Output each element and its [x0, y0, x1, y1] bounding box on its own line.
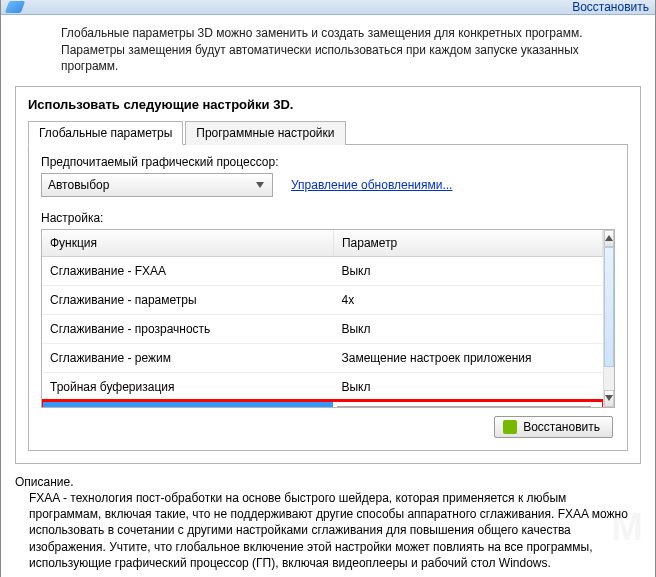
table-row[interactable]: Ускорение нескольких дисплеев/смеша...Ре…: [42, 401, 603, 406]
param-select[interactable]: Режим однодисплейной производительн: [337, 406, 590, 407]
table-row[interactable]: Сглаживание - прозрачностьВыкл: [42, 314, 603, 343]
gpu-label: Предпочитаемый графический процессор:: [41, 155, 615, 169]
table-row[interactable]: Тройная буферизацияВыкл: [42, 372, 603, 401]
restore-link-top[interactable]: Восстановить: [572, 0, 649, 14]
cell-param: Выкл: [333, 256, 602, 285]
settings-panel: Использовать следующие настройки 3D. Гло…: [15, 86, 641, 464]
gpu-select[interactable]: Автовыбор: [41, 173, 273, 197]
cell-feature: Тройная буферизация: [42, 372, 333, 401]
description-body: FXAA - технология пост-обработки на осно…: [15, 490, 641, 571]
scroll-thumb[interactable]: [604, 247, 614, 367]
scroll-up-button[interactable]: [604, 230, 614, 247]
description-title: Описание.: [15, 474, 641, 490]
col-param[interactable]: Параметр: [333, 230, 602, 257]
app-icon: [5, 1, 25, 13]
updates-link[interactable]: Управление обновлениями...: [291, 178, 452, 192]
cell-feature: Сглаживание - параметры: [42, 285, 333, 314]
tab-program[interactable]: Программные настройки: [185, 121, 345, 145]
intro-text: Глобальные параметры 3D можно заменить и…: [1, 15, 655, 82]
panel-title: Использовать следующие настройки 3D.: [28, 97, 628, 112]
cell-feature: Сглаживание - FXAA: [42, 256, 333, 285]
tab-strip: Глобальные параметры Программные настрой…: [28, 120, 628, 145]
tab-global[interactable]: Глобальные параметры: [28, 121, 183, 145]
settings-label: Настройка:: [41, 211, 615, 225]
table-row[interactable]: Сглаживание - параметры4x: [42, 285, 603, 314]
restore-button[interactable]: Восстановить: [494, 416, 613, 438]
gpu-select-value: Автовыбор: [48, 178, 109, 192]
cell-feature: Сглаживание - режим: [42, 343, 333, 372]
settings-table-wrap: Функция Параметр Сглаживание - FXAAВыклС…: [41, 229, 615, 408]
cell-param: Выкл: [333, 314, 602, 343]
chevron-down-icon: [252, 177, 268, 193]
table-row[interactable]: Сглаживание - FXAAВыкл: [42, 256, 603, 285]
description-block: Описание. FXAA - технология пост-обработ…: [1, 464, 655, 577]
table-row[interactable]: Сглаживание - режимЗамещение настроек пр…: [42, 343, 603, 372]
scrollbar[interactable]: [603, 230, 614, 407]
nvidia-icon: [503, 420, 517, 434]
cell-param: Замещение настроек приложения: [333, 343, 602, 372]
tab-body: Предпочитаемый графический процессор: Ав…: [28, 145, 628, 451]
settings-table: Функция Параметр Сглаживание - FXAAВыклС…: [42, 230, 603, 407]
cell-feature: Ускорение нескольких дисплеев/смеша...: [42, 401, 333, 406]
cell-feature: Сглаживание - прозрачность: [42, 314, 333, 343]
cell-param: Выкл: [333, 372, 602, 401]
cell-param[interactable]: Режим однодисплейной производительн: [333, 401, 602, 406]
cell-param: 4x: [333, 285, 602, 314]
scroll-down-button[interactable]: [604, 390, 614, 407]
restore-button-label: Восстановить: [523, 420, 600, 434]
title-bar: Восстановить: [1, 0, 655, 15]
col-feature[interactable]: Функция: [42, 230, 333, 257]
